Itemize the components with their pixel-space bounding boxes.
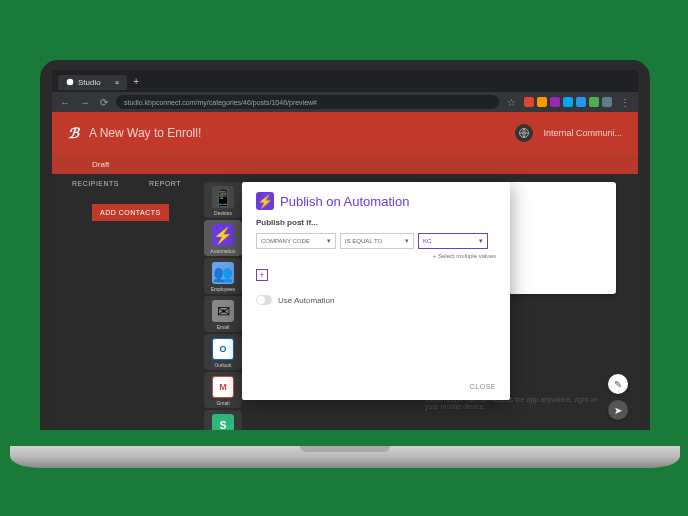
add-contacts-button[interactable]: ADD CONTACTS [92,204,169,221]
rail-label: Outlook [214,362,231,368]
rail-item-devices[interactable]: 📱Devices [204,182,242,218]
extension-icon[interactable] [537,97,547,107]
gmail-icon: M [212,376,234,398]
multi-value-hint[interactable]: + Select multiple values [256,253,496,259]
rail-item-employees[interactable]: 👥Employees [204,258,242,294]
modal-title-text: Publish on Automation [280,194,409,209]
use-automation-row: Use Automation [256,295,496,305]
rail-item-email[interactable]: ✉Email [204,296,242,332]
rail-item-automation[interactable]: ⚡Automation [204,220,242,256]
modal-title: ⚡ Publish on Automation [256,192,496,210]
slack-icon: S [212,414,234,430]
reload-button[interactable]: ⟳ [98,97,110,108]
extension-icon[interactable] [589,97,599,107]
bolt-icon: ⚡ [256,192,274,210]
url-text: studio.kbpconnect.com/my/categories/46/p… [124,99,317,106]
rail-label: Employees [211,286,236,292]
bolt-icon: ⚡ [212,224,234,246]
tab-reports[interactable]: REPORT [149,180,181,187]
select-value: KC [423,238,431,244]
condition-label: Publish post if... [256,218,496,227]
extension-icon[interactable] [602,97,612,107]
select-value: IS EQUAL TO [345,238,382,244]
close-tab-icon[interactable]: × [115,78,120,87]
value-select[interactable]: KC▾ [418,233,488,249]
draft-status: Draft [92,160,109,169]
field-select[interactable]: COMPANY CODE▾ [256,233,336,249]
envelope-icon: ✉ [212,300,234,322]
star-icon[interactable]: ☆ [505,97,518,108]
extension-icon[interactable] [550,97,560,107]
tab-title: Studio [78,78,101,87]
address-bar[interactable]: studio.kbpconnect.com/my/categories/46/p… [116,95,499,109]
automation-modal: ⚡ Publish on Automation Publish post if.… [242,182,510,400]
rail-item-slack[interactable]: SSlack [204,410,242,430]
laptop-frame: Studio × + ← → ⟳ studio.kbpconnect.com/m… [40,60,650,460]
people-icon: 👥 [212,262,234,284]
tab-recipients[interactable]: RECIPIENTS [72,180,119,187]
browser-toolbar: ← → ⟳ studio.kbpconnect.com/my/categorie… [52,92,638,112]
new-tab-button[interactable]: + [127,76,145,87]
select-value: COMPANY CODE [261,238,310,244]
browser-tab[interactable]: Studio × [58,75,127,90]
rail-label: Email [217,324,230,330]
back-button[interactable]: ← [58,97,72,108]
close-button[interactable]: CLOSE [470,383,496,390]
screen-bezel: Studio × + ← → ⟳ studio.kbpconnect.com/m… [40,60,650,430]
chevron-down-icon: ▾ [479,237,483,245]
extension-tray [524,97,612,107]
app-header: ℬ A New Way to Enroll! Internal Communi.… [52,112,638,154]
globe-icon [518,127,530,139]
browser-tabbar: Studio × + [52,70,638,92]
use-automation-toggle[interactable] [256,295,272,305]
tab-favicon-icon [66,78,74,86]
page-title: A New Way to Enroll! [89,126,505,140]
channel-rail: 📱Devices ⚡Automation 👥Employees ✉Email O… [204,182,242,430]
laptop-base [10,446,680,468]
menu-icon[interactable]: ⋮ [618,97,632,108]
user-label: Internal Communi... [543,128,622,138]
rail-item-gmail[interactable]: MGmail [204,372,242,408]
add-condition-button[interactable]: + [256,269,268,281]
extension-icon[interactable] [563,97,573,107]
rail-label: Devices [214,210,232,216]
outlook-icon: O [212,338,234,360]
chevron-down-icon: ▾ [405,237,409,245]
app-logo-icon: ℬ [68,125,79,141]
screen: Studio × + ← → ⟳ studio.kbpconnect.com/m… [52,70,638,430]
avatar[interactable] [515,124,533,142]
condition-row: COMPANY CODE▾ IS EQUAL TO▾ KC▾ [256,233,496,249]
rail-label: Gmail [216,400,229,406]
svg-point-0 [67,79,74,86]
extension-icon[interactable] [524,97,534,107]
extension-icon[interactable] [576,97,586,107]
rail-label: Automation [210,248,235,254]
edit-fab[interactable]: ✎ [608,374,628,394]
rail-item-outlook[interactable]: OOutlook [204,334,242,370]
chevron-down-icon: ▾ [327,237,331,245]
app-subbar: Draft [52,154,638,174]
app-body: ADD CONTACTS s to many One of new way s!… [52,192,638,430]
devices-icon: 📱 [212,186,234,208]
operator-select[interactable]: IS EQUAL TO▾ [340,233,414,249]
forward-button[interactable]: → [78,97,92,108]
toggle-label: Use Automation [278,296,334,305]
send-fab[interactable]: ➤ [608,400,628,420]
laptop-notch [300,446,390,452]
